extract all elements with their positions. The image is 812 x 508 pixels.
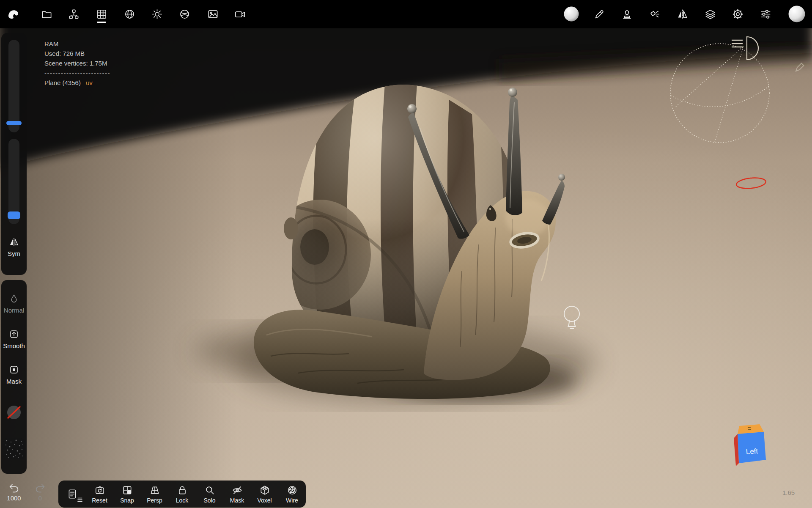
mask-toggle-button[interactable]: Mask <box>223 481 251 508</box>
projector-icon <box>649 8 661 20</box>
voxel-icon <box>259 485 270 496</box>
bottom-toolbar: Reset Snap Persp Lock Solo Mask <box>58 481 306 508</box>
environment-icon <box>179 8 190 20</box>
files-icon <box>67 489 78 500</box>
radius-slider-handle[interactable] <box>6 121 22 125</box>
mode-mask-button[interactable]: Mask <box>1 365 27 385</box>
undo-count: 1000 <box>7 494 21 502</box>
topology-grid-button[interactable] <box>92 4 111 24</box>
globe-icon <box>124 8 135 20</box>
nomad-logo[interactable] <box>4 4 24 24</box>
brush-tool-button[interactable] <box>590 4 609 24</box>
scene-graph-icon <box>68 8 80 20</box>
undo-icon <box>8 482 20 494</box>
camera-button[interactable] <box>230 4 250 24</box>
scene-graph-button[interactable] <box>64 4 83 24</box>
snap-button[interactable]: Snap <box>113 481 141 508</box>
reset-label: Reset <box>92 497 107 504</box>
environment-button[interactable] <box>175 4 194 24</box>
material-sphere-icon <box>788 5 806 23</box>
mode-normal-button[interactable]: Normal <box>1 294 27 314</box>
matcap-sphere-icon <box>563 6 579 22</box>
reset-camera-icon <box>94 485 105 496</box>
image-icon <box>207 8 219 20</box>
mode-smooth-button[interactable]: Smooth <box>1 329 27 349</box>
solo-label: Solo <box>203 497 215 504</box>
persp-label: Persp <box>147 497 162 504</box>
voxel-button[interactable]: Voxel <box>251 481 278 508</box>
stamp-tool-button[interactable] <box>617 4 636 24</box>
grid-icon <box>96 8 107 20</box>
sym-label: Sym <box>8 250 20 257</box>
mask-label: Mask <box>230 497 244 504</box>
wireframe-icon <box>287 485 298 496</box>
sliders-icon <box>760 8 771 20</box>
perspective-icon <box>149 485 160 496</box>
redo-icon <box>34 482 46 494</box>
intensity-slider-handle[interactable] <box>8 211 20 219</box>
symmetry-button[interactable] <box>672 4 692 24</box>
mode-smooth-label: Smooth <box>3 342 25 349</box>
mode-normal-label: Normal <box>4 307 24 314</box>
active-tool-indicator <box>97 22 106 23</box>
mirror-icon <box>677 8 688 20</box>
alpha-texture-button[interactable] <box>1 438 27 459</box>
falloff-button[interactable] <box>1 404 27 421</box>
redo-count: 0 <box>38 494 42 502</box>
mask-square-icon <box>9 365 19 375</box>
material-sphere-button[interactable] <box>787 4 807 24</box>
falloff-disabled-icon <box>5 404 23 421</box>
background-image-button[interactable] <box>203 4 222 24</box>
top-toolbar <box>0 0 812 28</box>
object-row: Plane (4356)uv <box>44 78 110 88</box>
files-button[interactable] <box>37 4 56 24</box>
symmetry-icon <box>9 237 19 247</box>
gear-icon <box>732 8 743 20</box>
mode-mask-label: Mask <box>6 378 22 385</box>
radius-slider-track[interactable] <box>8 40 19 132</box>
mask-eye-icon <box>232 485 243 496</box>
sun-icon <box>151 8 163 20</box>
stats-divider: ------------------------ <box>44 68 110 78</box>
zoom-level: 1.65 <box>782 489 795 496</box>
submenu-indicator-icon <box>77 496 82 504</box>
persp-button[interactable]: Persp <box>141 481 168 508</box>
wire-label: Wire <box>286 497 298 504</box>
lock-icon <box>177 485 188 496</box>
ram-used: Used: 726 MB <box>44 49 110 58</box>
scene-vertices: Scene vertices: 1.75M <box>44 58 110 68</box>
alpha-thumbnail <box>3 438 25 459</box>
lamp-tool-button[interactable] <box>645 4 664 24</box>
tune-button[interactable] <box>756 4 775 24</box>
uv-badge: uv <box>86 79 93 86</box>
reset-camera-button[interactable]: Reset <box>86 481 113 508</box>
sculpt-viewport[interactable] <box>0 0 812 508</box>
lock-label: Lock <box>176 497 189 504</box>
undo-button[interactable]: 1000 <box>4 482 24 502</box>
solo-magnifier-icon <box>204 485 215 496</box>
left-mode-panel: Normal Smooth Mask <box>1 280 27 474</box>
layers-icon <box>705 8 716 20</box>
redo-button[interactable]: 0 <box>30 482 50 502</box>
sym-button[interactable]: Sym <box>1 237 27 257</box>
stamp-icon <box>621 8 633 20</box>
scene-stats: RAM Used: 726 MB Scene vertices: 1.75M -… <box>44 39 110 88</box>
ram-title: RAM <box>44 39 110 49</box>
settings-button[interactable] <box>728 4 747 24</box>
pencil-icon <box>594 8 605 20</box>
lock-button[interactable]: Lock <box>168 481 196 508</box>
voxel-label: Voxel <box>257 497 272 504</box>
snap-label: Snap <box>120 497 134 504</box>
nomad-logo-icon <box>6 8 22 20</box>
layers-button[interactable] <box>700 4 720 24</box>
folder-icon <box>41 8 52 20</box>
lighting-button[interactable] <box>147 4 167 24</box>
wire-button[interactable]: Wire <box>278 481 306 508</box>
files-menu-button[interactable] <box>58 481 86 508</box>
matcap-globe-button[interactable] <box>120 4 139 24</box>
video-camera-icon <box>234 8 246 20</box>
matcap-preview-button[interactable] <box>562 4 581 24</box>
nav-cube[interactable] <box>734 424 766 466</box>
smooth-icon <box>9 329 19 339</box>
solo-button[interactable]: Solo <box>196 481 223 508</box>
